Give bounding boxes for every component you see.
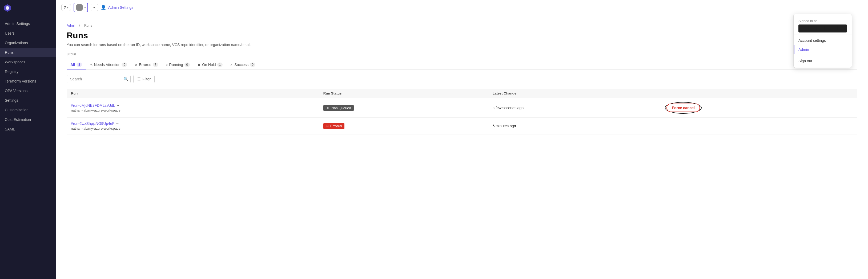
breadcrumb-runs: Runs — [84, 24, 92, 27]
sidebar-item-workspaces[interactable]: Workspaces — [0, 57, 56, 67]
tab-all-badge: 8 — [76, 63, 82, 67]
sidebar-item-cost-estimation[interactable]: Cost Estimation — [0, 115, 56, 124]
tab-success[interactable]: ✓ Success 0 — [226, 61, 259, 69]
logo-icon — [3, 4, 12, 12]
tab-on-hold-label: On Hold — [202, 63, 216, 67]
table-header: Run Run Status Latest Change — [67, 89, 857, 98]
run-arrow-2: → — [116, 121, 119, 126]
sidebar-item-customization[interactable]: Customization — [0, 105, 56, 115]
avatar — [76, 4, 83, 11]
col-run-status: Run Status — [319, 89, 488, 98]
table-body: #run-cMjcNE7FDMLzVJdL → nathan-lab/my-az… — [67, 98, 857, 134]
on-hold-icon: ⏸ — [197, 63, 201, 67]
user-dropdown: Signed in as ██████████████ Account sett… — [793, 14, 852, 68]
run-cell-1: #run-cMjcNE7FDMLzVJdL → nathan-lab/my-az… — [67, 98, 319, 118]
success-icon: ✓ — [230, 63, 233, 67]
sidebar-item-users[interactable]: Users — [0, 29, 56, 38]
action-cell-1: Force cancel — [660, 98, 857, 118]
run-cell-2: #run-2UzShpjcNG9Up4eF → nathan-lab/my-az… — [67, 118, 319, 134]
run-link-2[interactable]: #run-2UzShpjcNG9Up4eF — [71, 121, 114, 126]
tab-success-badge: 0 — [250, 63, 255, 67]
run-workspace-2: nathan-lab/my-azure-workspace — [71, 127, 315, 131]
tab-all[interactable]: All 8 — [67, 61, 86, 69]
table-row: #run-2UzShpjcNG9Up4eF → nathan-lab/my-az… — [67, 118, 857, 134]
pause-icon: ⏸ — [326, 106, 330, 110]
sidebar-item-registry[interactable]: Registry — [0, 67, 56, 76]
sidebar-item-saml[interactable]: SAML — [0, 124, 56, 134]
runs-table: Run Run Status Latest Change #run-cMjcNE… — [67, 89, 857, 134]
tab-needs-attention-label: Needs Attention — [94, 63, 121, 67]
force-cancel-button[interactable]: Force cancel — [666, 104, 700, 112]
dropdown-divider-2 — [794, 55, 852, 56]
run-status-cell-2: ✕ Errored — [319, 118, 488, 134]
breadcrumb: Admin / Runs — [67, 24, 857, 27]
help-chevron-icon: ▾ — [67, 6, 68, 9]
tab-on-hold-badge: 1 — [217, 63, 223, 67]
sign-out-item[interactable]: Sign out — [794, 57, 852, 66]
run-link-1[interactable]: #run-cMjcNE7FDMLzVJdL — [71, 103, 115, 108]
search-input[interactable] — [67, 75, 131, 83]
tab-errored-badge: 7 — [153, 63, 158, 67]
sidebar-item-opa-versions[interactable]: OPA Versions — [0, 86, 56, 96]
status-badge-plan-queued: ⏸ Plan Queued — [323, 105, 354, 111]
running-icon: ○ — [166, 63, 168, 67]
search-row: 🔍 ☰ Filter — [67, 75, 857, 83]
collapse-button[interactable]: « — [91, 4, 98, 11]
topbar: ? ▾ ▾ « 👤 Admin Settings — [56, 0, 868, 15]
user-icon: 👤 — [101, 5, 106, 10]
tab-errored[interactable]: ✕ Errored 7 — [131, 61, 162, 69]
action-cell-2 — [660, 118, 857, 134]
tab-running-label: Running — [169, 63, 183, 67]
col-actions — [660, 89, 857, 98]
tab-needs-attention[interactable]: ⚠ Needs Attention 0 — [86, 61, 131, 69]
signed-in-label: Signed in as — [794, 16, 852, 25]
username-masked: ██████████████ — [799, 25, 847, 33]
col-run: Run — [67, 89, 319, 98]
tabs: All 8 ⚠ Needs Attention 0 ✕ Errored 7 ○ … — [67, 61, 857, 69]
total-count: 8 total — [67, 52, 857, 56]
account-settings-item[interactable]: Account settings — [794, 36, 852, 45]
sidebar-header — [0, 0, 56, 16]
admin-item[interactable]: Admin — [794, 45, 852, 54]
page-heading: Runs — [67, 31, 857, 40]
latest-change-cell-1: a few seconds ago — [488, 98, 660, 118]
tab-needs-attention-badge: 0 — [122, 63, 127, 67]
help-button[interactable]: ? ▾ — [61, 4, 71, 11]
tab-success-label: Success — [234, 63, 248, 67]
run-status-cell-1: ⏸ Plan Queued — [319, 98, 488, 118]
main-wrap: ? ▾ ▾ « 👤 Admin Settings Signed in as ██… — [56, 0, 868, 279]
force-cancel-circle: Force cancel — [665, 102, 702, 114]
avatar-chevron-icon: ▾ — [84, 6, 86, 9]
sidebar: Admin Settings Users Organizations Runs … — [0, 0, 56, 279]
sidebar-item-organizations[interactable]: Organizations — [0, 38, 56, 48]
sidebar-item-runs[interactable]: Runs — [0, 48, 56, 57]
run-workspace-1: nathan-lab/my-azure-workspace — [71, 108, 315, 112]
sidebar-item-terraform-versions[interactable]: Terraform Versions — [0, 76, 56, 86]
table-row: #run-cMjcNE7FDMLzVJdL → nathan-lab/my-az… — [67, 98, 857, 118]
search-button[interactable]: 🔍 — [123, 77, 128, 81]
tab-on-hold[interactable]: ⏸ On Hold 1 — [193, 61, 226, 69]
page-description: You can search for runs based on the run… — [67, 43, 857, 47]
avatar-button[interactable]: ▾ — [73, 3, 88, 12]
x-icon: ✕ — [326, 124, 329, 128]
dropdown-divider-1 — [794, 35, 852, 35]
tab-running-badge: 0 — [184, 63, 190, 67]
sidebar-nav: Admin Settings Users Organizations Runs … — [0, 16, 56, 279]
warning-icon: ⚠ — [90, 63, 93, 67]
admin-settings-title: Admin Settings — [108, 5, 133, 9]
status-badge-errored: ✕ Errored — [323, 123, 344, 129]
content-area: Admin / Runs Runs You can search for run… — [56, 15, 868, 279]
filter-icon: ☰ — [137, 77, 141, 81]
question-icon: ? — [64, 5, 66, 9]
search-wrap: 🔍 — [67, 75, 131, 83]
breadcrumb-separator: / — [79, 24, 80, 27]
breadcrumb-admin[interactable]: Admin — [67, 24, 76, 27]
tab-all-label: All — [70, 63, 75, 67]
sidebar-item-admin-settings[interactable]: Admin Settings — [0, 19, 56, 29]
filter-button[interactable]: ☰ Filter — [133, 75, 155, 83]
admin-settings-bar: 👤 Admin Settings — [101, 5, 133, 10]
run-arrow-1: → — [116, 103, 120, 108]
sidebar-item-settings[interactable]: Settings — [0, 96, 56, 105]
error-icon: ✕ — [135, 63, 137, 67]
tab-running[interactable]: ○ Running 0 — [162, 61, 194, 69]
